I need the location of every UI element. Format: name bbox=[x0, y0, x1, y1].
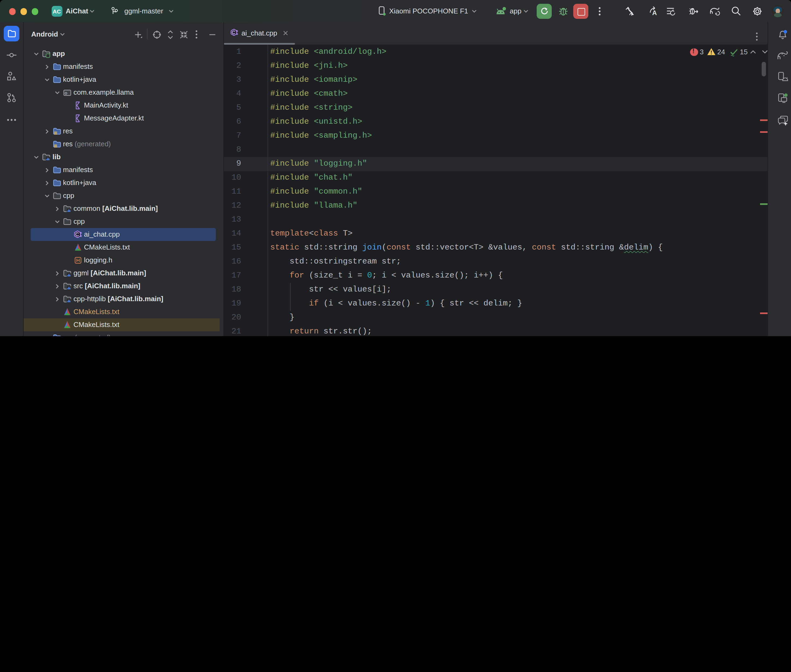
svg-text:A: A bbox=[652, 9, 656, 16]
